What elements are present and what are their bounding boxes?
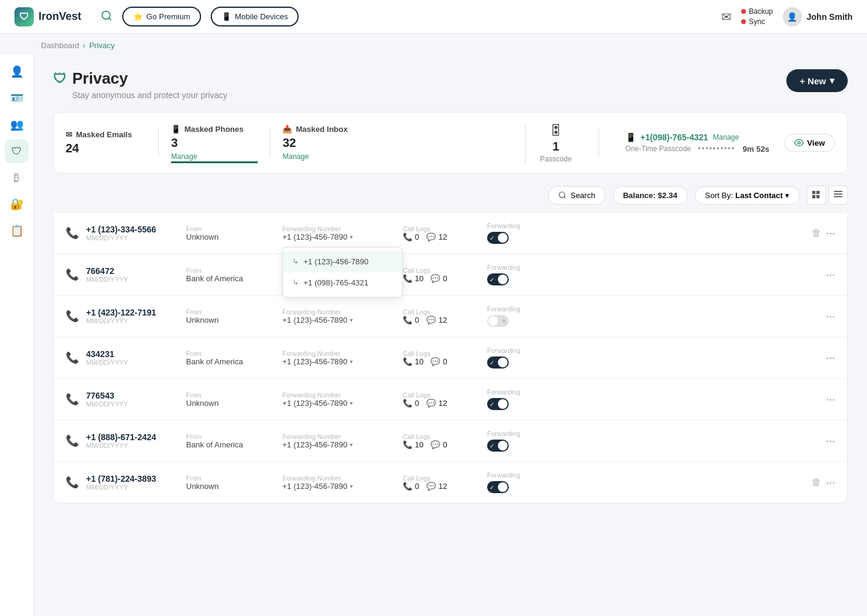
call-logs-col: Call Logs 📞0 💬12 — [403, 308, 487, 325]
breadcrumb-parent[interactable]: Dashboard — [41, 41, 79, 50]
sidebar-item-privacy[interactable]: 🛡 — [5, 139, 29, 163]
forwarding-chevron[interactable]: ▾ — [350, 441, 353, 448]
email-icon: ✉ — [721, 10, 732, 24]
passcode-label: Passcode — [540, 155, 572, 163]
tab-masked-emails[interactable]: ✉ Masked Emails 24 — [66, 128, 146, 158]
forwarding-chevron[interactable]: ▾ — [350, 483, 353, 490]
forwarding-dropdown[interactable]: ↳ +1 (123)-456-7890 ↳ +1 (098)-765-4321 — [282, 247, 403, 297]
forwarding-toggle-on[interactable]: ✓ — [487, 481, 509, 493]
svg-rect-7 — [812, 195, 815, 198]
view-passcode-button[interactable]: View — [784, 134, 835, 152]
chevron-down-icon: ▾ — [830, 75, 834, 86]
forwarding-chevron[interactable]: ▾ — [350, 317, 353, 323]
phone-number-col: 📞 776543 MM/DD/YYYY — [66, 391, 186, 408]
tab-divider-2 — [270, 128, 270, 157]
sidebar-item-crypto[interactable]: ₿ — [5, 166, 29, 190]
phone-icon-small: 📱 — [626, 132, 636, 142]
passcode-manage-link[interactable]: Manage — [713, 133, 739, 142]
call-icon: 📞 — [403, 357, 412, 366]
status-indicators: Backup Sync — [741, 7, 773, 26]
forwarding-toggle-col: Forwarding ✓ — [487, 222, 547, 244]
phone-icon: 📞 — [66, 268, 79, 281]
phone-from-col: From Unknown — [186, 474, 282, 491]
phone-icon: 📞 — [66, 476, 79, 489]
page-title: 🛡 Privacy — [53, 69, 228, 88]
call-logs-col: Call Logs 📞10 💬0 — [403, 267, 487, 283]
call-icon: 📞 — [403, 399, 412, 408]
search-button[interactable]: Search — [548, 186, 605, 205]
sidebar-item-contacts[interactable]: 👤 — [5, 60, 29, 84]
message-icon: 💬 — [430, 357, 440, 366]
message-icon: 💬 — [430, 440, 440, 449]
sort-button[interactable]: Sort By: Last Contact ▾ — [695, 186, 800, 205]
more-options-button[interactable]: ··· — [826, 269, 835, 281]
forwarding-toggle-on[interactable]: ✓ — [487, 398, 509, 410]
new-button[interactable]: + New ▾ — [786, 69, 848, 92]
user-profile[interactable]: 👤 John Smith — [783, 7, 853, 26]
dropdown-item[interactable]: ↳ +1 (098)-765-4321 — [283, 272, 402, 293]
table-row: 📞 776543 MM/DD/YYYY From Unknown Forward… — [54, 379, 847, 420]
phone-forwarding-col: Forwarding Number +1 (123)-456-7890 ▾ — [282, 350, 403, 366]
tab-masked-inbox[interactable]: 📥 Masked Inbox 32 Manage — [282, 122, 362, 163]
masked-inbox-manage-link[interactable]: Manage — [282, 152, 347, 161]
top-navigation: 🛡 IronVest ⭐ Go Premium 📱 Mobile Devices… — [0, 0, 867, 34]
more-options-button[interactable]: ··· — [826, 393, 835, 406]
message-icon: 💬 — [430, 274, 440, 283]
forwarding-toggle-off[interactable]: ✕ — [487, 315, 509, 327]
go-premium-button[interactable]: ⭐ Go Premium — [122, 7, 201, 26]
phone-date: MM/DD/YYYY — [86, 400, 128, 408]
forwarding-toggle-on[interactable]: ✓ — [487, 440, 509, 452]
mobile-devices-button[interactable]: 📱 Mobile Devices — [211, 7, 299, 26]
username: John Smith — [807, 12, 853, 22]
forwarding-toggle-col: Forwarding ✓ — [487, 471, 547, 493]
phone-number-col: 📞 +1 (781)-224-3893 MM/DD/YYYY — [66, 474, 186, 491]
forwarding-chevron[interactable]: ▾ — [350, 358, 353, 365]
phone-from-col: From Unknown — [186, 308, 282, 325]
forwarding-toggle-on[interactable]: ✓ — [487, 356, 509, 369]
masked-phones-manage-link[interactable]: Manage — [171, 152, 243, 161]
otp-label: One-Time Passcode — [626, 145, 691, 153]
global-search-button[interactable] — [101, 10, 113, 23]
delete-button[interactable]: 🗑 — [812, 228, 821, 238]
phone-number-col: 📞 +1 (123)-334-5566 MM/DD/YYYY — [66, 225, 186, 241]
sidebar-item-users[interactable]: 👥 — [5, 113, 29, 137]
forwarding-chevron[interactable]: ▾ — [350, 234, 353, 240]
breadcrumb-current: Privacy — [89, 41, 115, 50]
sidebar-item-clipboard[interactable]: 📋 — [5, 219, 29, 243]
more-options-button[interactable]: ··· — [826, 227, 835, 240]
phone-icon: 📞 — [66, 226, 79, 240]
shield-icon: 🛡 — [53, 71, 66, 87]
message-icon: 💬 — [426, 482, 436, 491]
logo: 🛡 IronVest — [14, 7, 81, 26]
forwarding-toggle-on[interactable]: ✓ — [487, 273, 509, 285]
delete-button[interactable]: 🗑 — [812, 477, 821, 488]
forwarding-toggle-on[interactable]: ✓ — [487, 232, 509, 244]
row-actions: 🗑 ··· — [812, 476, 835, 489]
list-view-button[interactable] — [828, 185, 848, 205]
dropdown-item[interactable]: ↳ +1 (123)-456-7890 — [283, 251, 402, 272]
phone-forwarding-col: Forwarding Number +1 (123)-456-7890 ▾ — [282, 308, 403, 325]
page-header: 🛡 Privacy Stay anonymous and protect you… — [53, 69, 848, 100]
sidebar-item-cards[interactable]: 🪪 — [5, 86, 29, 110]
phone-date: MM/DD/YYYY — [86, 317, 156, 325]
more-options-button[interactable]: ··· — [826, 352, 835, 364]
tab-divider-1 — [158, 128, 159, 157]
more-options-button[interactable]: ··· — [826, 310, 835, 323]
more-options-button[interactable]: ··· — [826, 476, 835, 489]
sidebar-item-vault[interactable]: 🔐 — [5, 192, 29, 216]
forwarding-chevron[interactable]: ▾ — [350, 400, 353, 406]
message-icon: 💬 — [426, 399, 436, 408]
tab-masked-phones[interactable]: 📱 Masked Phones 3 Manage — [171, 122, 258, 163]
phone-number: +1 (888)-671-2424 — [86, 432, 156, 442]
otp-timer: 9m 52s — [743, 145, 769, 154]
svg-point-0 — [102, 11, 110, 19]
phone-date: MM/DD/YYYY — [86, 234, 156, 241]
more-options-button[interactable]: ··· — [826, 435, 835, 447]
balance-display: Balance: $2.34 — [613, 186, 688, 205]
forwarding-toggle-col: Forwarding ✕ — [487, 305, 547, 327]
avatar: 👤 — [783, 7, 802, 26]
phone-number: +1 (781)-224-3893 — [86, 474, 156, 484]
grid-view-button[interactable] — [807, 185, 826, 205]
inbox-tab-icon: 📥 — [282, 125, 292, 134]
phone-forwarding-col: Forwarding Number +1 (123)-456-7890 ▾ ↳ … — [282, 225, 403, 241]
